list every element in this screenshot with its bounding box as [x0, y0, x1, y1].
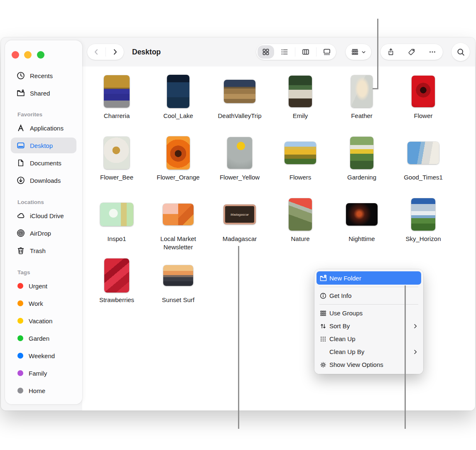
icons-view-button[interactable] [258, 45, 274, 59]
shared-folder-icon [16, 88, 26, 98]
minimize-window-button[interactable] [24, 51, 32, 59]
file-item[interactable]: DeathValleyTrip [211, 73, 269, 120]
tag-dot [17, 300, 23, 306]
zoom-window-button[interactable] [37, 51, 44, 59]
file-item[interactable]: Madagascar Madagascar [211, 196, 269, 243]
file-name: Cool_Lake [163, 112, 193, 120]
sidebar-item-downloads[interactable]: Downloads [11, 172, 76, 188]
file-name: Sky_Horizon [405, 235, 441, 243]
back-button[interactable] [87, 44, 106, 60]
columns-view-icon [302, 48, 310, 56]
file-item[interactable]: Flower_Yellow [211, 135, 269, 182]
file-item[interactable]: Nature [271, 196, 329, 243]
forward-button[interactable] [106, 44, 124, 60]
downloads-icon [16, 175, 26, 185]
trash-icon [16, 246, 26, 256]
sidebar-item-icloud-drive[interactable]: iCloud Drive [11, 208, 76, 224]
group-by-icon [351, 48, 359, 57]
sidebar: Recents Shared Favorites Applications [5, 40, 82, 404]
gallery-view-button[interactable] [319, 44, 335, 60]
thumbnail-text: Madagascar [231, 213, 249, 216]
icons-view-icon [262, 48, 270, 56]
submenu-chevron-icon [412, 323, 418, 329]
search-button[interactable] [451, 43, 470, 61]
group-button[interactable] [346, 44, 371, 60]
sidebar-item-documents[interactable]: Documents [11, 155, 76, 171]
new-folder-icon [319, 274, 329, 282]
file-thumbnail [167, 75, 189, 108]
gear-icon [319, 361, 329, 369]
sidebar-item-desktop[interactable]: Desktop [11, 138, 76, 153]
columns-view-button[interactable] [297, 44, 314, 60]
file-item[interactable]: Local Market Newsletter [149, 196, 207, 251]
more-button[interactable] [422, 44, 442, 60]
sidebar-item-recents[interactable]: Recents [11, 68, 76, 84]
file-item[interactable]: Gardening [333, 135, 391, 182]
sidebar-item-airdrop[interactable]: AirDrop [11, 225, 76, 241]
file-thumbnail [104, 137, 130, 169]
file-item[interactable]: Flowers [271, 135, 329, 182]
file-thumbnail [411, 198, 435, 231]
file-item[interactable]: Flower [394, 73, 452, 120]
sidebar-tag-weekend[interactable]: Weekend [11, 348, 76, 364]
clock-icon [16, 71, 26, 81]
list-view-button[interactable] [276, 44, 293, 60]
sidebar-item-label: Applications [30, 125, 64, 132]
file-name: Madagascar [223, 235, 257, 243]
file-name: Charreria [104, 112, 130, 120]
sidebar-item-label: Documents [30, 160, 61, 167]
sidebar-tag-vacation[interactable]: Vacation [11, 313, 76, 329]
tag-button[interactable] [402, 44, 422, 60]
file-name: Gardening [347, 173, 376, 182]
sidebar-item-applications[interactable]: Applications [11, 120, 76, 136]
file-item[interactable]: Inspo1 [88, 196, 146, 243]
file-item[interactable]: Flower_Bee [88, 135, 146, 182]
file-name: Flowers [290, 173, 312, 182]
file-thumbnail [350, 137, 373, 169]
file-item[interactable]: Feather [333, 73, 391, 120]
share-button[interactable] [381, 44, 401, 60]
file-name: Sunset Surf [162, 296, 194, 304]
sidebar-item-shared[interactable]: Shared [11, 85, 76, 101]
chevron-left-icon [92, 48, 101, 56]
sidebar-item-trash[interactable]: Trash [11, 243, 76, 258]
sidebar-item-label: Trash [30, 247, 46, 254]
tag-dot [17, 353, 23, 359]
sort-icon [319, 322, 329, 330]
file-name: Good_Times1 [404, 173, 443, 182]
file-item[interactable]: Nighttime [333, 196, 391, 243]
tag-dot [17, 283, 23, 289]
menu-item-label: Use Groups [329, 310, 363, 317]
file-item[interactable]: Strawberries [88, 257, 146, 304]
search-icon [456, 48, 465, 57]
sidebar-tag-garden[interactable]: Garden [11, 330, 76, 346]
tag-label: Vacation [29, 317, 52, 325]
file-item[interactable]: Cool_Lake [149, 73, 207, 120]
nav-capsule [87, 44, 124, 60]
file-item[interactable]: Sunset Surf [149, 257, 207, 304]
sidebar-item-label: iCloud Drive [30, 212, 64, 219]
file-name: Feather [351, 112, 373, 120]
sidebar-tag-family[interactable]: Family [11, 365, 76, 381]
sidebar-tag-urgent[interactable]: Urgent [11, 278, 76, 294]
sidebar-tag-work[interactable]: Work [11, 295, 76, 311]
file-item[interactable]: Emily [271, 73, 329, 120]
file-item[interactable]: Charreria [88, 73, 146, 120]
share-icon [387, 48, 395, 56]
sidebar-tag-home[interactable]: Home [11, 383, 76, 398]
menu-item-label: Clean Up [329, 335, 356, 342]
file-item[interactable]: Sky_Horizon [394, 196, 452, 243]
file-thumbnail [104, 75, 130, 108]
menu-item-label: Get Info [329, 292, 351, 299]
file-item[interactable]: Good_Times1 [394, 135, 452, 182]
file-name: Flower [414, 112, 432, 120]
close-window-button[interactable] [12, 51, 19, 59]
file-item[interactable]: Flower_Orange [149, 135, 207, 182]
file-thumbnail [100, 203, 133, 226]
menu-item-new-folder[interactable]: New Folder [317, 271, 421, 285]
callout-line-madagascar [238, 246, 239, 429]
tag-icon [407, 48, 416, 56]
desktop-icon [16, 140, 26, 150]
file-thumbnail [407, 142, 439, 164]
use-groups-icon [319, 310, 329, 317]
